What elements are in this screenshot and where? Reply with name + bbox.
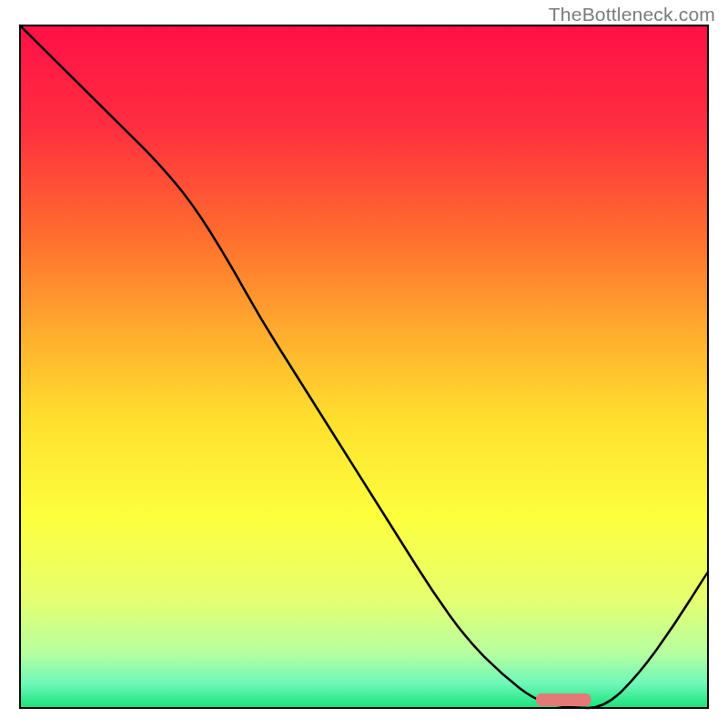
watermark-text: TheBottleneck.com [549, 4, 715, 25]
chart-container: TheBottleneck.com [0, 0, 728, 728]
bottleneck-chart [0, 0, 728, 728]
optimum-marker [536, 693, 591, 706]
